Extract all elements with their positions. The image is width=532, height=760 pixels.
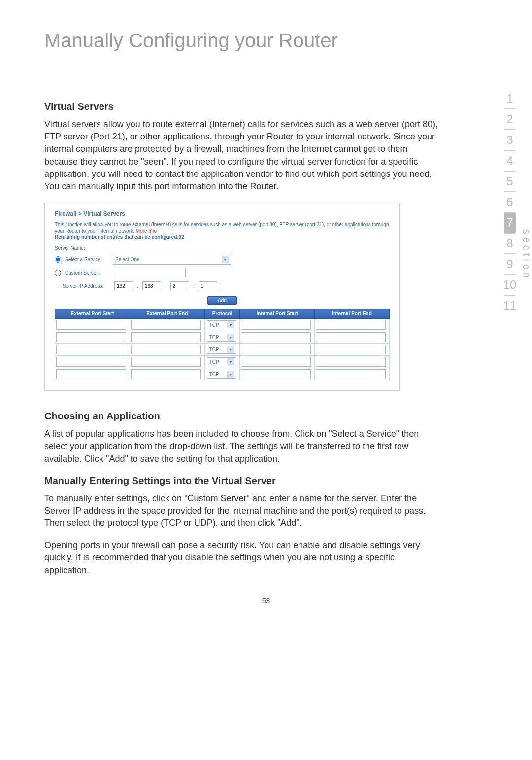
int-port-start-input[interactable] [241,345,311,354]
nav-item-5[interactable]: 5 [498,172,522,191]
ext-port-end-input[interactable] [131,332,201,342]
protocol-select[interactable]: TCP▾ [207,357,236,366]
nav-item-3[interactable]: 3 [498,130,522,150]
virtual-servers-body: Virtual servers allow you to route exter… [44,118,438,193]
col-ext-port-start: External Port Start [55,309,130,319]
nav-item-10[interactable]: 10 [498,275,522,295]
nav-item-11[interactable]: 11 [498,296,522,315]
col-ext-port-end: External Port End [130,309,204,319]
page-title: Manually Configuring your Router [44,30,488,52]
manual-entry-body-1: To manually enter settings, click on "Cu… [44,492,438,530]
int-port-end-input[interactable] [316,320,386,330]
breadcrumb: Firewall > Virtual Servers [55,210,390,217]
ext-port-start-input[interactable] [56,320,126,330]
ext-port-start-input[interactable] [56,357,126,367]
select-service-dropdown[interactable]: Select One ▾ [113,254,231,265]
table-row: TCP▾ [55,368,390,380]
section-nav: 1 2 3 4 5 6 7 8 9 10 11 [498,89,522,315]
choosing-application-heading: Choosing an Application [44,411,488,422]
protocol-select[interactable]: TCP▾ [207,345,236,354]
more-info-link[interactable]: More Info [136,228,157,234]
nav-item-9[interactable]: 9 [498,254,522,274]
ext-port-start-input[interactable] [56,369,126,379]
ext-port-end-input[interactable] [131,345,201,354]
protocol-select[interactable]: TCP▾ [207,370,236,379]
ip-octet-2[interactable] [142,281,161,290]
server-ip-label: Server IP Address: [63,283,103,289]
int-port-end-input[interactable] [316,345,386,354]
custom-server-label: Custom Server: [65,270,99,276]
ext-port-end-input[interactable] [131,320,201,330]
int-port-start-input[interactable] [241,332,311,342]
custom-server-radio[interactable] [55,270,61,276]
chevron-down-icon: ▾ [227,358,234,365]
protocol-select[interactable]: TCP▾ [207,333,236,342]
manual-entry-heading: Manually Entering Settings into the Virt… [44,475,488,486]
add-button[interactable]: Add [207,296,237,305]
virtual-servers-heading: Virtual Servers [44,101,488,112]
nav-item-7-active[interactable]: 7 [504,213,516,233]
nav-item-1[interactable]: 1 [498,89,522,108]
nav-item-4[interactable]: 4 [498,151,522,171]
table-row: TCP▾ [55,356,390,368]
custom-server-input[interactable] [117,268,186,277]
chevron-down-icon: ▾ [227,371,234,378]
nav-item-6[interactable]: 6 [498,192,522,212]
table-row: TCP▾ [55,331,390,344]
table-row: TCP▾ [55,319,390,331]
router-screenshot: Firewall > Virtual Servers This function… [44,203,400,391]
table-row: TCP▾ [55,344,390,356]
nav-item-2[interactable]: 2 [498,109,522,129]
manual-entry-body-2: Opening ports in your firewall can pose … [44,539,438,577]
col-int-port-start: Internal Port Start [240,309,315,319]
int-port-end-input[interactable] [316,357,386,367]
ext-port-start-input[interactable] [56,332,126,342]
protocol-select[interactable]: TCP▾ [207,320,236,329]
col-int-port-end: Internal Port End [315,309,390,319]
select-service-label: Select a Service: [65,257,102,262]
int-port-end-input[interactable] [316,369,386,379]
ip-octet-3[interactable] [170,281,189,290]
col-protocol: Protocol [204,309,240,319]
int-port-start-input[interactable] [241,369,311,379]
int-port-start-input[interactable] [241,320,311,330]
select-service-value: Select One [115,257,139,262]
server-name-label: Server Name: [55,245,390,251]
nav-item-8[interactable]: 8 [498,234,522,253]
int-port-start-input[interactable] [241,357,311,367]
section-label: section [521,229,532,281]
ext-port-end-input[interactable] [131,369,201,379]
choosing-application-body: A list of popular applications has been … [44,428,438,465]
chevron-down-icon: ▾ [227,346,234,353]
page-number: 53 [44,596,488,605]
ext-port-end-input[interactable] [131,357,201,367]
screenshot-description: This function will allow you to route ex… [55,222,389,234]
port-table: External Port Start External Port End Pr… [55,309,390,380]
ip-octet-4[interactable] [199,281,217,290]
ext-port-start-input[interactable] [56,345,126,354]
int-port-end-input[interactable] [316,332,386,342]
chevron-down-icon: ▾ [227,334,234,341]
ip-octet-1[interactable] [114,281,133,290]
chevron-down-icon: ▾ [222,256,229,263]
remaining-entries-label: Remaining number of entries that can be … [55,234,390,240]
chevron-down-icon: ▾ [227,321,234,328]
select-service-radio[interactable] [55,256,61,263]
